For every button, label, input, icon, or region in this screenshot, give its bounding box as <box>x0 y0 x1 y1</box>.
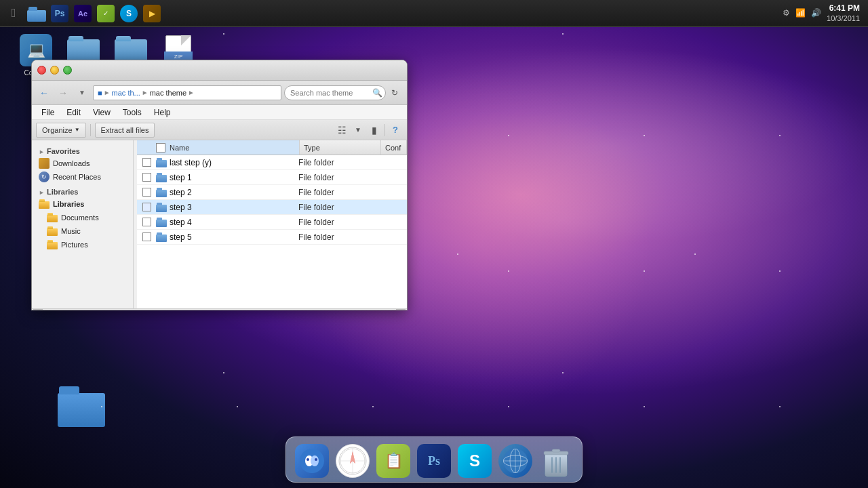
sidebar-item-recent[interactable]: ↻ Recent Places <box>32 170 133 184</box>
folder-icon-1 <box>156 173 167 182</box>
breadcrumb-arrow2: ► <box>142 89 149 96</box>
file-check-5[interactable] <box>137 230 156 244</box>
recent-button[interactable]: ▼ <box>74 85 90 101</box>
tray-icon3: 🔊 <box>811 8 821 18</box>
minimize-button[interactable] <box>50 66 59 75</box>
clock-date: 10/3/2011 <box>827 14 860 23</box>
dock-item-skype[interactable]: S <box>457 443 492 478</box>
file-check-3[interactable] <box>137 200 156 214</box>
dock-item-finder[interactable] <box>294 443 330 478</box>
desktop-big-folder[interactable] <box>54 383 108 430</box>
sidebar-item-music[interactable]: Music <box>32 224 133 238</box>
col-type-label: Type <box>304 144 320 152</box>
svg-rect-20 <box>552 449 560 452</box>
dock-item-safari[interactable] <box>335 443 370 478</box>
toolbar-separator <box>90 124 91 136</box>
folder1-taskbar-icon[interactable] <box>26 3 47 24</box>
extract-button[interactable]: Extract all files <box>95 123 155 138</box>
sidebar-item-downloads[interactable]: Downloads <box>32 157 133 170</box>
file-check-1[interactable] <box>137 170 156 184</box>
dock-item-internet[interactable] <box>498 443 533 478</box>
file-name-5: step 5 <box>170 232 298 242</box>
organize-arrow: ▼ <box>75 127 80 133</box>
menu-help[interactable]: Help <box>149 106 176 119</box>
back-button[interactable]: ← <box>36 85 52 101</box>
close-button[interactable] <box>37 66 46 75</box>
breadcrumb-arrow3: ► <box>188 89 195 96</box>
file-type-2: File folder <box>298 188 407 197</box>
sidebar-item-documents[interactable]: Documents <box>32 211 133 224</box>
breadcrumb-level2[interactable]: mac theme <box>150 89 186 97</box>
forward-button[interactable]: → <box>55 85 71 101</box>
file-type-4: File folder <box>298 218 407 227</box>
file-name-3: step 3 <box>170 203 298 212</box>
stickies-taskbar-icon[interactable]: ✓ <box>95 3 117 24</box>
file-row-5[interactable]: step 5 File folder <box>137 230 407 245</box>
file-row-1[interactable]: step 1 File folder <box>137 170 407 185</box>
view-preview-button[interactable]: ▮ <box>367 123 382 138</box>
search-button[interactable]: 🔍 <box>372 88 382 98</box>
dock-item-photoshop[interactable]: Ps <box>416 443 452 478</box>
checkbox-2[interactable] <box>142 188 151 197</box>
checkbox-5[interactable] <box>142 232 151 241</box>
checkbox-0[interactable] <box>142 158 151 167</box>
breadcrumb-level1[interactable]: mac th... <box>112 89 140 97</box>
checkbox-3[interactable] <box>142 203 151 211</box>
menu-view[interactable]: View <box>87 106 116 119</box>
scroll-right-button[interactable]: ▶ <box>396 309 406 311</box>
sidebar-item-pictures[interactable]: Pictures <box>32 238 133 251</box>
file-row-2[interactable]: step 2 File folder <box>137 185 407 200</box>
scroll-track[interactable] <box>43 310 395 311</box>
file-row-0[interactable]: last step (y) File folder <box>137 155 407 170</box>
sidebar-item-root-libraries[interactable]: Libraries <box>32 197 133 211</box>
sidebar-favorites-section: ► Favorites Downloads ↻ Recent Places <box>32 144 133 184</box>
skype-taskbar-icon[interactable]: S <box>118 3 140 24</box>
content-area: Name Type Conf last step (y) <box>137 140 407 308</box>
sidebar-recent-label: Recent Places <box>53 173 101 181</box>
checkbox-1[interactable] <box>142 173 151 182</box>
scroll-left-button[interactable]: ◀ <box>33 309 43 311</box>
col-type-header[interactable]: Type <box>300 140 381 155</box>
aftereffects-taskbar-icon[interactable]: Ae <box>72 3 94 24</box>
clock-time: 6:41 PM <box>827 3 860 14</box>
dock-item-trash[interactable] <box>538 443 574 478</box>
file-check-2[interactable] <box>137 185 156 199</box>
file-type-1: File folder <box>298 173 407 182</box>
column-headers: Name Type Conf <box>137 140 407 155</box>
dock-item-stickies[interactable]: 📋 <box>376 443 411 478</box>
photoshop-taskbar-icon[interactable]: Ps <box>49 3 71 24</box>
sidebar-documents-label: Documents <box>61 214 99 222</box>
help-button[interactable]: ? <box>388 123 403 138</box>
folder-icon-4 <box>156 218 167 227</box>
explorer-window: ← → ▼ ■ ► mac th... ► mac theme ► 🔍 ↻ Fi… <box>31 60 408 310</box>
file-type-0: File folder <box>298 158 407 167</box>
explorer-toolbar: Organize ▼ Extract all files ☷ ▼ ▮ ? <box>32 120 407 140</box>
breadcrumb-part1[interactable]: ■ <box>98 89 102 97</box>
col-comp-header[interactable]: Conf <box>381 140 407 155</box>
checkbox-4[interactable] <box>142 218 151 226</box>
title-bar <box>32 60 407 81</box>
view-details-button[interactable]: ☷ <box>334 123 349 138</box>
col-name-header[interactable]: Name <box>137 140 300 155</box>
file-type-3: File folder <box>298 203 407 212</box>
file-check-0[interactable] <box>137 155 156 169</box>
movie-taskbar-icon[interactable]: ▶ <box>141 3 163 24</box>
folder-icon-3 <box>156 203 167 212</box>
view-dropdown-button[interactable]: ▼ <box>351 123 366 138</box>
dock: 📋 Ps S <box>285 436 583 483</box>
organize-button[interactable]: Organize ▼ <box>36 123 86 138</box>
apple-taskbar-icon[interactable]:  <box>3 3 24 24</box>
file-row-4[interactable]: step 4 File folder <box>137 215 407 230</box>
maximize-button[interactable] <box>63 66 72 75</box>
menu-edit[interactable]: Edit <box>61 106 86 119</box>
file-row-3[interactable]: step 3 File folder <box>137 200 407 215</box>
sidebar-music-label: Music <box>61 227 81 235</box>
menu-tools[interactable]: Tools <box>117 106 147 119</box>
file-name-0: last step (y) <box>170 158 298 167</box>
header-checkbox[interactable] <box>156 143 165 152</box>
file-check-4[interactable] <box>137 215 156 229</box>
menu-file[interactable]: File <box>36 106 60 119</box>
refresh-button[interactable]: ↻ <box>387 85 403 101</box>
svg-point-3 <box>307 458 309 461</box>
search-input[interactable] <box>284 85 386 100</box>
